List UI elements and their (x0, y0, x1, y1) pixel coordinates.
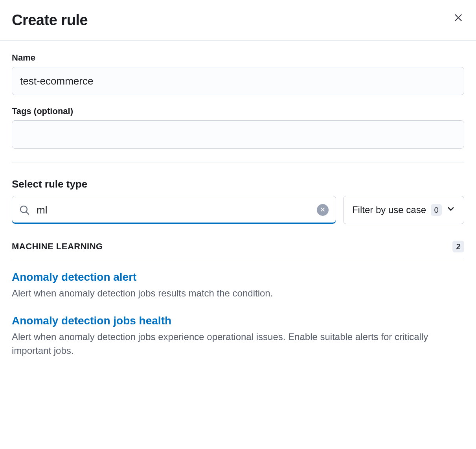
filter-by-use-case-button[interactable]: Filter by use case 0 (343, 196, 464, 224)
svg-point-0 (20, 206, 27, 213)
tags-input[interactable] (12, 120, 464, 149)
rule-description: Alert when anomaly detection jobs result… (12, 287, 464, 300)
rule-type-option[interactable]: Anomaly detection alert Alert when anoma… (12, 271, 464, 300)
name-field-group: Name (12, 53, 464, 95)
rule-title: Anomaly detection alert (12, 271, 464, 283)
rule-description: Alert when anomaly detection jobs experi… (12, 330, 464, 358)
close-icon (454, 13, 463, 23)
close-button[interactable] (452, 12, 464, 25)
search-wrap[interactable] (12, 196, 336, 224)
category-title: MACHINE LEARNING (12, 241, 103, 252)
name-input[interactable] (12, 67, 464, 95)
page-title: Create rule (12, 12, 88, 29)
chevron-down-icon (447, 204, 455, 215)
dialog-header: Create rule (0, 0, 476, 41)
filter-label: Filter by use case (352, 204, 426, 215)
dialog-body: Name Tags (optional) Select rule type (0, 41, 476, 383)
category-header: MACHINE LEARNING 2 (12, 236, 464, 259)
rule-type-heading: Select rule type (12, 178, 464, 190)
category-count-badge: 2 (452, 241, 464, 252)
rule-type-search-input[interactable] (12, 196, 336, 224)
rule-title: Anomaly detection jobs health (12, 315, 464, 327)
section-divider (12, 162, 464, 162)
clear-search-button[interactable] (317, 204, 329, 216)
tags-field-group: Tags (optional) (12, 106, 464, 149)
name-label: Name (12, 53, 464, 63)
search-filter-row: Filter by use case 0 (12, 196, 464, 224)
search-icon (19, 205, 29, 215)
clear-icon (320, 207, 325, 213)
rule-type-option[interactable]: Anomaly detection jobs health Alert when… (12, 315, 464, 358)
tags-label: Tags (optional) (12, 106, 464, 116)
filter-count-badge: 0 (431, 204, 442, 216)
